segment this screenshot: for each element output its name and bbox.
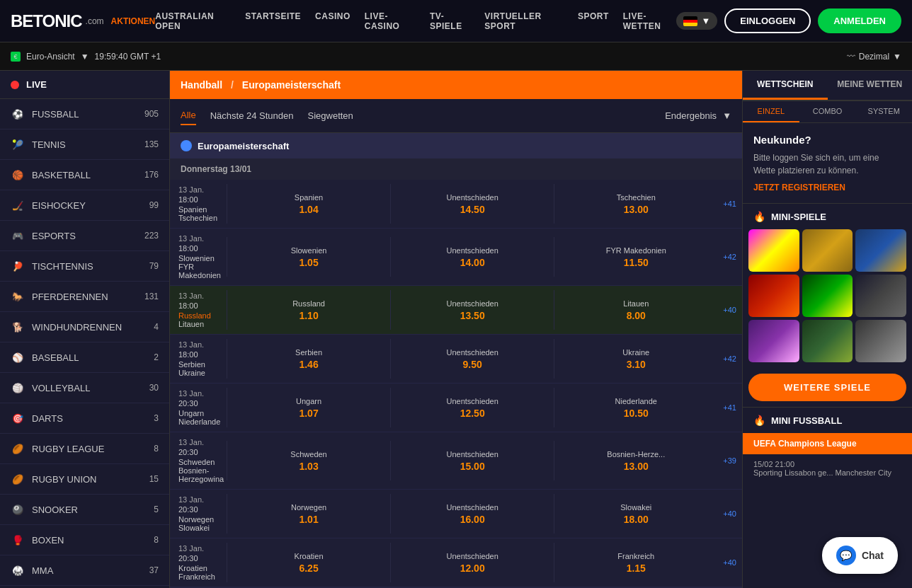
- more-odds-4[interactable]: +42: [717, 354, 742, 363]
- breadcrumb-sport[interactable]: Handball: [181, 79, 222, 91]
- odd-away-5[interactable]: Niederlande 10.50: [554, 388, 717, 427]
- odd-draw-2[interactable]: Unentschieden 14.00: [390, 237, 554, 277]
- sidebar-item-mma[interactable]: 🥋 MMA 37: [0, 555, 169, 586]
- rugby-icon: 🏉: [11, 442, 25, 456]
- table-row[interactable]: 13 Jan. 18:00 SerbienUkraine Serbien 1.4…: [170, 335, 742, 384]
- game-cards[interactable]: [855, 275, 906, 317]
- odd-draw-7[interactable]: Unentschieden 16.00: [390, 494, 554, 534]
- sidebar-item-baseball[interactable]: ⚾ BASEBALL 2: [0, 342, 169, 373]
- more-odds-3[interactable]: +40: [717, 306, 742, 314]
- language-selector[interactable]: ▼: [676, 12, 717, 30]
- sidebar-item-eishockey[interactable]: 🏒 EISHOCKEY 99: [0, 190, 169, 221]
- filter-tab-naechste[interactable]: Nächste 24 Stunden: [210, 107, 294, 125]
- odd-home-3[interactable]: Russland 1.10: [227, 290, 390, 330]
- logo[interactable]: BETONIC .com AKTIONEN: [11, 11, 155, 31]
- odds-format-selector[interactable]: 〰 Dezimal ▼: [847, 52, 901, 62]
- nav-live-casino[interactable]: LIVE-CASINO: [365, 11, 416, 31]
- game-lady[interactable]: [748, 320, 799, 362]
- sidebar-item-esports[interactable]: 🎮 ESPORTS 223: [0, 221, 169, 251]
- odd-away-1[interactable]: Tschechien 13.00: [554, 184, 717, 224]
- more-odds-6[interactable]: +39: [717, 456, 742, 465]
- odd-away-3[interactable]: Litauen 8.00: [554, 290, 717, 330]
- game-bounty[interactable]: [748, 275, 799, 317]
- sub-tab-combo[interactable]: COMBO: [799, 101, 856, 122]
- odd-draw-3[interactable]: Unentschieden 13.50: [390, 290, 554, 330]
- sidebar-item-tischtennis[interactable]: 🏓 TISCHTENNIS 79: [0, 251, 169, 282]
- odd-draw-5[interactable]: Unentschieden 12.50: [390, 388, 554, 427]
- weitere-spiele-button[interactable]: WEITERE SPIELE: [748, 374, 906, 401]
- chat-button[interactable]: 💬 Chat: [822, 537, 898, 574]
- nav-sport[interactable]: SPORT: [578, 11, 609, 31]
- table-row[interactable]: 13 Jan. 20:30 UngarnNiederlande Ungarn 1…: [170, 384, 742, 432]
- odd-draw-8[interactable]: Unentschieden 12.00: [390, 543, 554, 582]
- table-row[interactable]: 13 Jan. 18:00 RusslandLitauen Russland 1…: [170, 286, 742, 335]
- nav-startseite[interactable]: STARTSEITE: [245, 11, 301, 31]
- nav-virtueller-sport[interactable]: VIRTUELLER SPORT: [484, 11, 564, 31]
- odd-away-7[interactable]: Slowakei 18.00: [554, 494, 717, 534]
- register-button[interactable]: ANMELDEN: [818, 8, 901, 33]
- table-row[interactable]: 13 Jan. 18:00 SlowenienFYR Makedonien Sl…: [170, 229, 742, 286]
- sidebar-item-rugby-union[interactable]: 🏉 RUGBY UNION 15: [0, 464, 169, 495]
- game-book-of-dead[interactable]: [855, 229, 906, 272]
- tab-meine-wetten[interactable]: MEINE WETTEN: [828, 71, 913, 100]
- game-dice[interactable]: [855, 320, 906, 362]
- odds-group-8: Kroatien 6.25 Unentschieden 12.00 Frankr…: [227, 543, 717, 582]
- odd-home-4[interactable]: Serbien 1.46: [227, 339, 390, 379]
- more-odds-2[interactable]: +42: [717, 253, 742, 261]
- nav-australian-open[interactable]: AUSTRALIAN OPEN: [155, 11, 231, 31]
- sub-tab-system[interactable]: SYSTEM: [855, 101, 912, 122]
- odd-home-2[interactable]: Slowenien 1.05: [227, 237, 390, 277]
- odd-home-6[interactable]: Schweden 1.03: [227, 441, 390, 480]
- sidebar-item-snooker[interactable]: 🎱 SNOOKER 5: [0, 495, 169, 525]
- neukunde-cta[interactable]: JETZT REGISTRIEREN: [753, 183, 901, 192]
- odd-away-8[interactable]: Frankreich 1.15: [554, 543, 717, 582]
- more-odds-1[interactable]: +41: [717, 200, 742, 208]
- sub-tab-einzel[interactable]: EINZEL: [743, 101, 799, 122]
- odd-draw-4[interactable]: Unentschieden 9.50: [390, 339, 554, 379]
- game-starburst[interactable]: [748, 229, 799, 272]
- sidebar-item-boxen[interactable]: 🥊 BOXEN 8: [0, 525, 169, 555]
- odd-away-4[interactable]: Ukraine 3.10: [554, 339, 717, 379]
- nav-casino[interactable]: CASINO: [315, 11, 350, 31]
- table-row[interactable]: 13 Jan. 18:00 SpanienTschechien Spanien …: [170, 180, 742, 229]
- sidebar-item-rugby-league[interactable]: 🏉 RUGBY LEAGUE 8: [0, 434, 169, 464]
- table-row[interactable]: 13 Jan. 20:30 NorwegenSlowakei Norwegen …: [170, 490, 742, 538]
- more-odds-5[interactable]: +41: [717, 403, 742, 412]
- esports-icon: 🎮: [11, 229, 25, 243]
- filter-tab-alle[interactable]: Alle: [181, 106, 196, 125]
- odd-draw-1[interactable]: Unentschieden 14.50: [390, 184, 554, 224]
- result-filter[interactable]: Endergebnis ▼: [665, 110, 731, 121]
- sidebar-item-fussball[interactable]: ⚽ FUSSBALL 905: [0, 99, 169, 129]
- login-button[interactable]: EINLOGGEN: [724, 8, 811, 33]
- more-odds-7[interactable]: +40: [717, 509, 742, 518]
- odd-home-5[interactable]: Ungarn 1.07: [227, 388, 390, 427]
- odd-home-7[interactable]: Norwegen 1.01: [227, 494, 390, 534]
- odd-away-6[interactable]: Bosnien-Herze... 13.00: [554, 441, 717, 480]
- odds-format-label: Dezimal: [859, 52, 889, 62]
- nav-live-wetten[interactable]: LIVE-WETTEN: [623, 11, 677, 31]
- more-odds-8[interactable]: +40: [717, 558, 742, 567]
- nav-tv-spiele[interactable]: TV-SPIELE: [430, 11, 470, 31]
- sidebar-item-basketball[interactable]: 🏀 BASKETBALL 176: [0, 160, 169, 190]
- tab-wettschein[interactable]: WETTSCHEIN: [743, 71, 828, 100]
- sidebar-item-live[interactable]: LIVE: [0, 71, 169, 99]
- odd-draw-6[interactable]: Unentschieden 15.00: [390, 441, 554, 480]
- sidebar-item-windhundrennen[interactable]: 🐕 WINDHUNDRENNEN 4: [0, 312, 169, 342]
- euro-view-selector[interactable]: € Euro-Ansicht ▼ 19:59:40 GMT +1: [11, 52, 161, 62]
- chevron-down-icon: ▼: [701, 16, 710, 26]
- table-row[interactable]: 13 Jan. 20:30 KroatienFrankreich Kroatie…: [170, 538, 742, 587]
- game-golden-quest[interactable]: [802, 229, 853, 272]
- sidebar-item-tennis[interactable]: 🎾 TENNIS 135: [0, 129, 169, 160]
- sidebar-item-pferderennen[interactable]: 🐎 PFERDERENNEN 131: [0, 282, 169, 312]
- odd-away-2[interactable]: FYR Makedonien 11.50: [554, 237, 717, 277]
- odd-home-8[interactable]: Kroatien 6.25: [227, 543, 390, 582]
- sidebar-count-pferderennen: 131: [144, 292, 159, 301]
- filter-tab-siegwetten[interactable]: Siegwetten: [308, 107, 353, 125]
- odd-home-1[interactable]: Spanien 1.04: [227, 184, 390, 224]
- table-row[interactable]: 13 Jan. 20:30 SchwedenBosnien-Herzegowin…: [170, 432, 742, 490]
- sidebar-item-volleyball[interactable]: 🏐 VOLLEYBALL 30: [0, 373, 169, 403]
- game-hyper-gold[interactable]: [802, 275, 853, 317]
- sidebar-item-darts[interactable]: 🎯 DARTS 3: [0, 403, 169, 434]
- dog-icon: 🐕: [11, 320, 25, 334]
- game-midas[interactable]: [802, 320, 853, 362]
